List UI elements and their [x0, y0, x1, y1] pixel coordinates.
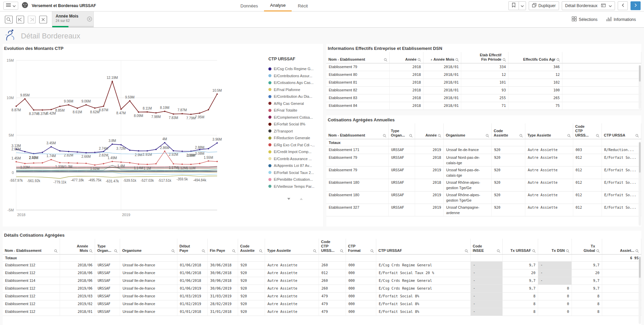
column-header[interactable]: Code CTP URSS...: [319, 239, 346, 255]
table-cell[interactable]: [602, 293, 641, 300]
search-icon[interactable]: [635, 249, 639, 253]
table-row[interactable]: Etablissement 1122018/06URSSAFUrssaf Ile…: [3, 269, 641, 277]
column-header[interactable]: Nom - Etablissement: [3, 239, 60, 255]
search-icon[interactable]: [259, 249, 263, 253]
table-row[interactable]: Etablissement 1122018/06URSSAFUrssaf Ile…: [3, 262, 641, 269]
table-cell[interactable]: E/Csg Crds Regime General: [376, 285, 471, 293]
search-icon[interactable]: [383, 134, 386, 138]
legend-item[interactable]: E/Penibilite Cotisation...: [268, 176, 322, 183]
table-cell[interactable]: Etablissement 83: [326, 94, 390, 102]
search-icon[interactable]: [370, 249, 374, 253]
table-cell[interactable]: 2019: [415, 167, 444, 179]
table-cell[interactable]: 000: [346, 262, 376, 269]
table-cell[interactable]: 01/06/2019: [177, 285, 208, 293]
table-cell[interactable]: [562, 71, 641, 79]
vertical-scrollbar[interactable]: [639, 142, 641, 226]
table-cell[interactable]: [602, 300, 641, 308]
table-cell[interactable]: Etablissement 80: [326, 71, 390, 79]
search-icon[interactable]: [567, 134, 571, 138]
vertical-scrollbar[interactable]: [639, 65, 641, 109]
column-header[interactable]: Code Assiette: [492, 123, 525, 139]
table-cell[interactable]: 28/02/2019: [208, 300, 238, 308]
scrollbar-thumb[interactable]: [639, 65, 641, 82]
column-header[interactable]: Assiet...: [602, 239, 641, 255]
search-icon[interactable]: [455, 58, 459, 62]
table-cell[interactable]: 920: [238, 293, 265, 300]
table-cell[interactable]: Autre Assiette: [265, 300, 319, 308]
tab-donnees[interactable]: Données: [234, 0, 264, 11]
table-cell[interactable]: 920: [492, 154, 525, 167]
informations-button[interactable]: Informations: [603, 14, 639, 24]
sheet-selector-dropdown[interactable]: Détail Bordereaux: [562, 1, 615, 10]
table-cell[interactable]: [265, 255, 319, 262]
column-header[interactable]: Organisme: [120, 239, 177, 255]
table-cell[interactable]: 2019/02: [60, 300, 95, 308]
search-icon[interactable]: [596, 134, 599, 138]
table-cell[interactable]: 9,7: [572, 277, 602, 285]
search-icon[interactable]: [465, 249, 468, 253]
nav-menu-button[interactable]: [3, 2, 18, 10]
table-cell[interactable]: 920: [492, 191, 525, 204]
table-cell[interactable]: 9,7: [503, 285, 538, 293]
table-cell[interactable]: 2018/06: [60, 262, 95, 269]
table-cell[interactable]: 012: [573, 179, 602, 191]
table-cell[interactable]: 920: [238, 300, 265, 308]
table-cell[interactable]: 2019: [415, 191, 444, 204]
table-cell[interactable]: [562, 87, 641, 94]
scrollbar-thumb[interactable]: [639, 142, 641, 173]
table-cell[interactable]: 0: [538, 308, 572, 316]
table-cell[interactable]: Etablissement 112: [3, 262, 60, 269]
table-cell[interactable]: 8: [503, 308, 538, 316]
column-header[interactable]: Année: [390, 52, 423, 63]
table-cell[interactable]: 9,7: [572, 262, 602, 269]
table-cell[interactable]: 000: [346, 269, 376, 277]
table-cell[interactable]: 30/06/2018: [208, 277, 238, 285]
table-cell[interactable]: E/Forfait Social Taux 20 %: [376, 269, 471, 277]
search-icon[interactable]: [54, 249, 58, 253]
table-cell[interactable]: 260: [319, 277, 346, 285]
column-header[interactable]: Type Organ...: [389, 123, 415, 139]
table-cell[interactable]: E/Forfait So...: [602, 204, 641, 216]
table-cell[interactable]: 2019: [415, 204, 444, 216]
table-cell[interactable]: 012: [573, 167, 602, 179]
table-row[interactable]: Etablissement 8420182018/017175: [326, 102, 641, 110]
table-cell[interactable]: Urssaf Champagne-ardenne: [444, 204, 492, 216]
table-cell[interactable]: 2019: [415, 146, 444, 154]
table-cell[interactable]: [492, 139, 525, 146]
legend-item[interactable]: E/Contribution Au Dia...: [268, 93, 322, 100]
table-cell[interactable]: Urssaf Ile-de-france: [120, 285, 177, 293]
table-row[interactable]: Etablissement 79URSSAF2019Urssaf Nord-pa…: [326, 167, 641, 179]
table-cell[interactable]: 2019/06: [60, 285, 95, 293]
table-cell[interactable]: [471, 255, 503, 262]
column-header[interactable]: Code CTP URSS...: [573, 123, 602, 139]
table-cell[interactable]: E/Forfait Social 8%: [376, 293, 471, 300]
table-cell[interactable]: 920: [238, 285, 265, 293]
table-cell[interactable]: 255: [461, 94, 508, 102]
table-cell[interactable]: 20: [572, 269, 602, 277]
table-cell[interactable]: Autre Assiette: [265, 293, 319, 300]
table-cell[interactable]: URSSAF: [389, 167, 415, 179]
table-cell[interactable]: Totaux: [326, 139, 389, 146]
table-cell[interactable]: 000: [346, 308, 376, 316]
table-cell[interactable]: 93: [461, 87, 508, 94]
table-cell[interactable]: 30/06/2018: [208, 262, 238, 269]
column-header[interactable]: Type Organ...: [95, 239, 120, 255]
table-cell[interactable]: 30/06/2019: [208, 285, 238, 293]
column-header[interactable]: Nom - Etablissement: [326, 52, 390, 63]
column-header[interactable]: Début Paye: [177, 239, 208, 255]
legend-item[interactable]: E/Forfait Social 8%: [268, 121, 322, 128]
table-cell[interactable]: [572, 255, 602, 262]
table-cell[interactable]: [208, 255, 238, 262]
table-cell[interactable]: 000: [346, 277, 376, 285]
search-icon[interactable]: [340, 249, 344, 253]
table-cell[interactable]: 100: [508, 87, 562, 94]
table-cell[interactable]: [525, 139, 573, 146]
table-cell[interactable]: [376, 255, 471, 262]
column-header[interactable]: Type Assiette: [265, 239, 319, 255]
table-row[interactable]: Etablissement 8020182018/011212: [326, 71, 641, 79]
table-cell[interactable]: 12: [461, 71, 508, 79]
column-header[interactable]: Type Assiette: [525, 123, 573, 139]
table-cell[interactable]: Autre Assiette: [265, 269, 319, 277]
table-row[interactable]: Etablissement 1122019/06URSSAFUrssaf Ile…: [3, 285, 641, 293]
table-cell[interactable]: 01/06/2018: [177, 277, 208, 285]
